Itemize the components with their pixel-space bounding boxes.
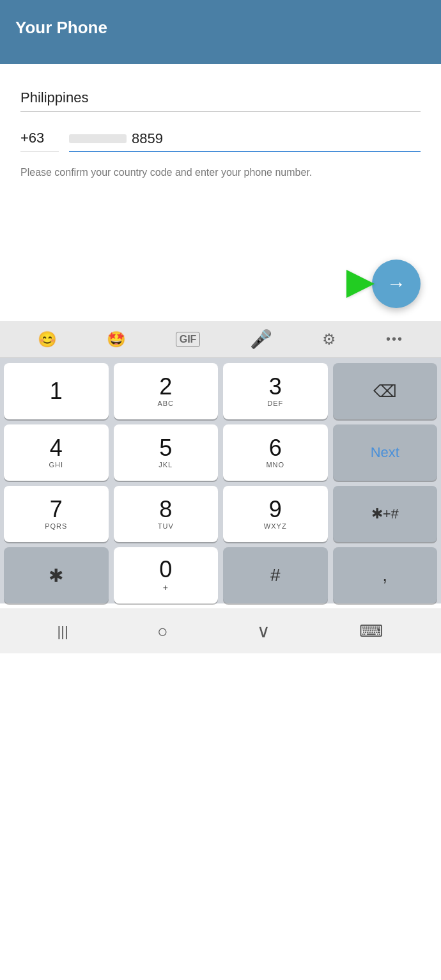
- home-nav-icon[interactable]: ○: [157, 621, 168, 642]
- sticker-icon[interactable]: 🤩: [107, 331, 126, 348]
- phone-row: +63 8859: [20, 130, 421, 152]
- key-5[interactable]: 5JKL: [114, 424, 219, 481]
- phone-blurred-part: [69, 134, 127, 143]
- fab-container: →: [346, 260, 421, 308]
- key-row-0: 12ABC3DEF⌫: [4, 363, 437, 419]
- key-6[interactable]: 6MNO: [223, 424, 328, 481]
- mic-icon[interactable]: 🎤: [250, 329, 272, 350]
- phone-input-wrapper[interactable]: 8859: [69, 130, 421, 152]
- key--[interactable]: ⌫: [333, 363, 438, 419]
- key--[interactable]: ✱: [4, 547, 109, 603]
- nav-bar: ||| ○ ∨ ⌨: [0, 609, 441, 653]
- fab-area: →: [0, 193, 441, 321]
- hint-text: Please confirm your country code and ent…: [20, 165, 391, 180]
- key--[interactable]: #: [223, 547, 328, 603]
- key----[interactable]: ✱+#: [333, 486, 438, 542]
- key-7[interactable]: 7PQRS: [4, 486, 109, 542]
- fab-arrow-icon: →: [387, 273, 406, 295]
- key-row-2: 7PQRS8TUV9WXYZ✱+#: [4, 486, 437, 542]
- form-area: +63 8859 Please confirm your country cod…: [0, 64, 441, 193]
- green-arrow-icon: [346, 270, 375, 298]
- key-1[interactable]: 1: [4, 363, 109, 419]
- keyboard-nav-icon[interactable]: ⌨: [359, 621, 383, 641]
- key-8[interactable]: 8TUV: [114, 486, 219, 542]
- key-0[interactable]: 0+: [114, 547, 219, 603]
- emoji-icon[interactable]: 😊: [38, 331, 57, 348]
- key-Next[interactable]: Next: [333, 424, 438, 481]
- key-row-3: ✱0+#,: [4, 547, 437, 603]
- key-3[interactable]: 3DEF: [223, 363, 328, 419]
- gif-icon[interactable]: GIF: [176, 332, 201, 347]
- phone-suffix: 8859: [132, 130, 163, 147]
- country-code: +63: [20, 130, 59, 152]
- key-9[interactable]: 9WXYZ: [223, 486, 328, 542]
- settings-icon[interactable]: ⚙: [322, 331, 336, 348]
- country-input[interactable]: [20, 89, 421, 112]
- next-fab-button[interactable]: →: [372, 260, 421, 308]
- more-icon[interactable]: •••: [386, 332, 403, 346]
- back-nav-icon[interactable]: |||: [58, 623, 68, 640]
- key-2[interactable]: 2ABC: [114, 363, 219, 419]
- page-title: Your Phone: [15, 18, 426, 38]
- keyboard: 12ABC3DEF⌫4GHI5JKL6MNONext7PQRS8TUV9WXYZ…: [0, 358, 441, 603]
- key--[interactable]: ,: [333, 547, 438, 603]
- recent-nav-icon[interactable]: ∨: [257, 621, 270, 642]
- keyboard-toolbar: 😊 🤩 GIF 🎤 ⚙ •••: [0, 321, 441, 358]
- app-header: Your Phone: [0, 0, 441, 64]
- key-4[interactable]: 4GHI: [4, 424, 109, 481]
- key-row-1: 4GHI5JKL6MNONext: [4, 424, 437, 481]
- country-field: [20, 89, 421, 112]
